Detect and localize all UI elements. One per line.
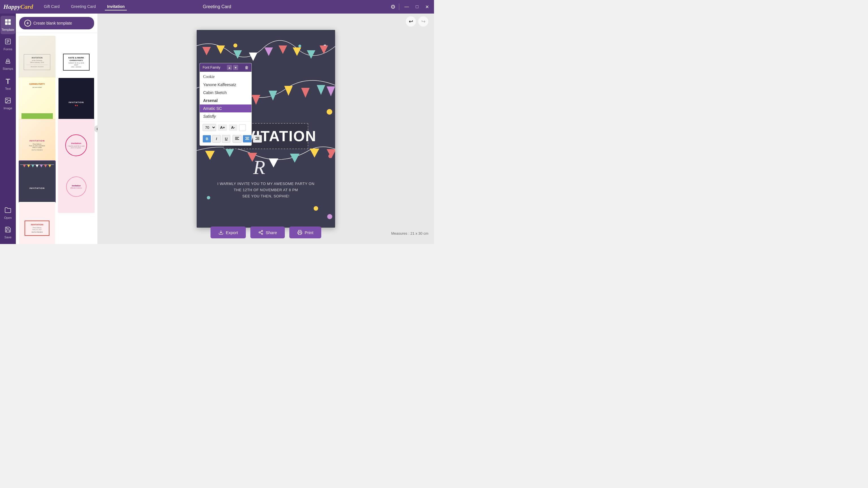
svg-marker-46	[290, 154, 300, 163]
svg-marker-24	[202, 47, 211, 55]
sidebar-item-save[interactable]: Save	[1, 223, 15, 242]
svg-text:R: R	[253, 157, 265, 178]
image-icon	[4, 97, 11, 105]
font-popup-title: Font Family	[203, 66, 220, 69]
open-icon	[4, 207, 11, 215]
sidebar: Template Forms Stamps T Text Image	[0, 13, 16, 244]
svg-marker-30	[293, 47, 301, 56]
font-size-select[interactable]: 70 60 50 80	[203, 124, 216, 131]
format-controls: B I U	[200, 133, 251, 145]
svg-point-10	[6, 99, 7, 100]
sidebar-item-image[interactable]: Image	[1, 94, 15, 113]
save-icon	[4, 226, 11, 234]
svg-line-64	[260, 231, 261, 232]
svg-rect-3	[8, 22, 11, 25]
create-blank-template-button[interactable]: + Create blank template	[19, 17, 94, 29]
create-btn-label: Create blank template	[33, 21, 72, 25]
svg-point-61	[259, 232, 260, 233]
close-button[interactable]: ✕	[424, 4, 431, 10]
app-logo: HappyCard	[3, 3, 33, 10]
svg-marker-31	[307, 50, 315, 59]
underline-button[interactable]: U	[222, 135, 230, 142]
svg-marker-47	[310, 149, 319, 158]
font-popup-header: Font Family ▲ ▼ 🗑	[200, 63, 251, 72]
font-size-up-button[interactable]: A+	[218, 124, 227, 131]
topbar: HappyCard Gift Card Greeting Card Invita…	[0, 0, 434, 13]
svg-marker-18	[48, 165, 51, 167]
svg-marker-40	[317, 85, 325, 95]
font-up-button[interactable]: ▲	[227, 65, 232, 70]
settings-icon[interactable]: ⚙	[391, 3, 396, 10]
align-left-button[interactable]	[232, 135, 242, 142]
print-button[interactable]: Print	[289, 227, 321, 238]
font-list: Cookie Yanone Kaffeesatz Cabin Sketch Ar…	[200, 72, 251, 122]
svg-marker-28	[265, 47, 273, 56]
font-color-picker[interactable]	[239, 124, 246, 131]
font-list-item[interactable]: Arsenal	[200, 97, 251, 104]
canvas-toolbar: ↩ ↪	[406, 17, 428, 27]
sidebar-item-label: Save	[4, 235, 11, 239]
sidebar-item-label: Template	[2, 28, 14, 31]
svg-marker-43	[225, 148, 235, 157]
topbar-right: ⚙ — □ ✕	[391, 3, 431, 10]
template-grid: Invitation to the Christmas15th of Janua…	[16, 33, 97, 244]
card-body-text: I warmly invite you to my Awesome Party …	[216, 181, 315, 199]
bottom-action-bar: Export Share Print	[211, 227, 321, 238]
svg-point-60	[261, 230, 263, 232]
font-list-item-selected[interactable]: Amatic SC	[200, 104, 251, 112]
template-icon	[4, 19, 11, 27]
template-thumb[interactable]: INVITATION Party AddressParty 10, 2017 I…	[19, 202, 56, 244]
export-label: Export	[226, 230, 238, 235]
svg-line-63	[260, 233, 261, 233]
redo-button[interactable]: ↪	[418, 17, 428, 27]
sidebar-item-label: Open	[4, 216, 12, 220]
main-layout: Template Forms Stamps T Text Image	[0, 13, 434, 244]
font-list-item[interactable]: Cookie	[200, 73, 251, 81]
align-right-button[interactable]	[253, 135, 262, 142]
sidebar-item-text[interactable]: T Text	[1, 74, 15, 93]
undo-button[interactable]: ↩	[406, 17, 416, 27]
svg-marker-14	[31, 165, 34, 167]
svg-marker-12	[23, 165, 26, 167]
svg-marker-13	[27, 165, 30, 167]
svg-marker-15	[36, 165, 38, 167]
sidebar-item-forms[interactable]: Forms	[1, 35, 15, 54]
canvas-area: ↩ ↪	[98, 13, 434, 244]
font-family-popup: Font Family ▲ ▼ 🗑 Cookie Yanone Kaffeesa…	[199, 63, 252, 146]
svg-rect-2	[5, 22, 8, 25]
nav-invitation[interactable]: Invitation	[105, 3, 127, 10]
minimize-button[interactable]: —	[403, 4, 410, 10]
svg-marker-16	[40, 165, 43, 167]
maximize-button[interactable]: □	[414, 4, 420, 10]
font-delete-button[interactable]: 🗑	[245, 65, 249, 70]
svg-rect-65	[299, 233, 301, 235]
sidebar-item-open[interactable]: Open	[1, 204, 15, 222]
svg-marker-39	[301, 88, 310, 98]
svg-marker-37	[269, 91, 277, 101]
export-button[interactable]: Export	[211, 227, 246, 238]
nav-greeting-card[interactable]: Greeting Card	[69, 3, 98, 10]
sidebar-item-stamps[interactable]: Stamps	[1, 55, 15, 73]
share-label: Share	[266, 230, 277, 235]
svg-marker-38	[284, 86, 293, 96]
font-size-down-button[interactable]: A-	[229, 124, 237, 131]
nav-gift-card[interactable]: Gift Card	[41, 3, 62, 10]
sidebar-item-label: Image	[4, 106, 12, 110]
sidebar-item-template[interactable]: Template	[1, 16, 15, 34]
bold-button[interactable]: B	[203, 135, 211, 142]
stamps-icon	[4, 58, 11, 66]
font-list-item[interactable]: Yanone Kaffeesatz	[200, 81, 251, 89]
svg-marker-25	[216, 45, 225, 54]
align-center-button[interactable]	[243, 135, 252, 142]
font-list-item[interactable]: Cabin Sketch	[200, 89, 251, 97]
italic-button[interactable]: I	[212, 135, 221, 142]
font-list-item[interactable]: Satisfly	[200, 112, 251, 120]
font-down-button[interactable]: ▼	[233, 65, 238, 70]
panel-header: + Create blank template	[16, 13, 97, 33]
topbar-divider	[399, 3, 399, 10]
text-icon: T	[6, 77, 10, 86]
share-button[interactable]: Share	[250, 227, 285, 238]
template-thumb[interactable]: Invitation A Mandala Celebration	[58, 160, 95, 213]
forms-icon	[4, 38, 11, 46]
svg-marker-27	[249, 53, 257, 61]
